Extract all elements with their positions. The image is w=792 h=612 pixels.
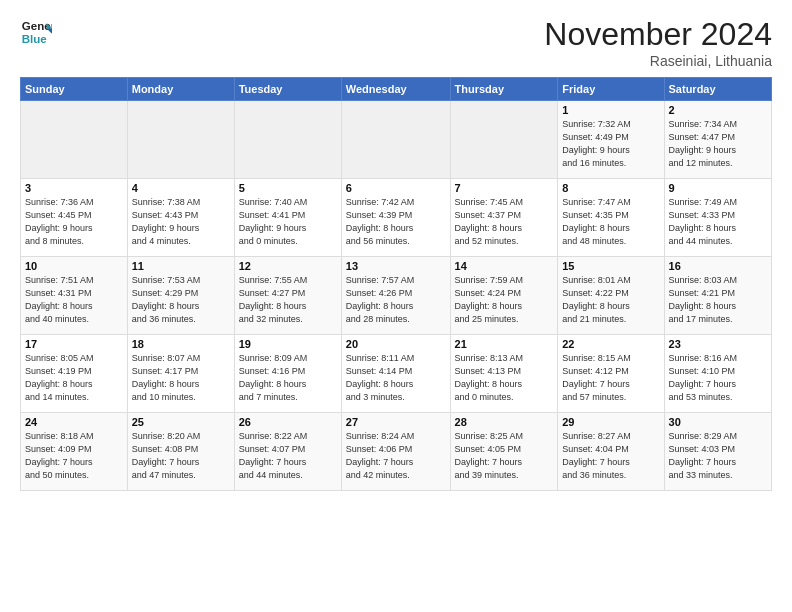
- day-number: 4: [132, 182, 230, 194]
- day-cell: 12Sunrise: 7:55 AM Sunset: 4:27 PM Dayli…: [234, 257, 341, 335]
- day-cell: 2Sunrise: 7:34 AM Sunset: 4:47 PM Daylig…: [664, 101, 771, 179]
- day-number: 1: [562, 104, 659, 116]
- day-cell: 3Sunrise: 7:36 AM Sunset: 4:45 PM Daylig…: [21, 179, 128, 257]
- day-info: Sunrise: 8:22 AM Sunset: 4:07 PM Dayligh…: [239, 430, 337, 482]
- page-header: General Blue November 2024 Raseiniai, Li…: [20, 16, 772, 69]
- day-cell: 30Sunrise: 8:29 AM Sunset: 4:03 PM Dayli…: [664, 413, 771, 491]
- day-number: 14: [455, 260, 554, 272]
- day-number: 16: [669, 260, 767, 272]
- day-number: 7: [455, 182, 554, 194]
- header-cell-friday: Friday: [558, 78, 664, 101]
- day-number: 9: [669, 182, 767, 194]
- calendar-header: SundayMondayTuesdayWednesdayThursdayFrid…: [21, 78, 772, 101]
- day-info: Sunrise: 8:15 AM Sunset: 4:12 PM Dayligh…: [562, 352, 659, 404]
- day-number: 10: [25, 260, 123, 272]
- day-cell: 28Sunrise: 8:25 AM Sunset: 4:05 PM Dayli…: [450, 413, 558, 491]
- day-info: Sunrise: 8:05 AM Sunset: 4:19 PM Dayligh…: [25, 352, 123, 404]
- day-info: Sunrise: 7:34 AM Sunset: 4:47 PM Dayligh…: [669, 118, 767, 170]
- day-number: 6: [346, 182, 446, 194]
- day-number: 26: [239, 416, 337, 428]
- day-info: Sunrise: 7:40 AM Sunset: 4:41 PM Dayligh…: [239, 196, 337, 248]
- header-cell-saturday: Saturday: [664, 78, 771, 101]
- day-info: Sunrise: 8:03 AM Sunset: 4:21 PM Dayligh…: [669, 274, 767, 326]
- day-info: Sunrise: 8:18 AM Sunset: 4:09 PM Dayligh…: [25, 430, 123, 482]
- day-number: 13: [346, 260, 446, 272]
- day-cell: 4Sunrise: 7:38 AM Sunset: 4:43 PM Daylig…: [127, 179, 234, 257]
- header-cell-thursday: Thursday: [450, 78, 558, 101]
- day-number: 20: [346, 338, 446, 350]
- day-cell: [234, 101, 341, 179]
- day-info: Sunrise: 8:01 AM Sunset: 4:22 PM Dayligh…: [562, 274, 659, 326]
- header-cell-monday: Monday: [127, 78, 234, 101]
- day-cell: 11Sunrise: 7:53 AM Sunset: 4:29 PM Dayli…: [127, 257, 234, 335]
- day-cell: 1Sunrise: 7:32 AM Sunset: 4:49 PM Daylig…: [558, 101, 664, 179]
- day-info: Sunrise: 7:51 AM Sunset: 4:31 PM Dayligh…: [25, 274, 123, 326]
- day-info: Sunrise: 7:55 AM Sunset: 4:27 PM Dayligh…: [239, 274, 337, 326]
- day-number: 29: [562, 416, 659, 428]
- calendar-table: SundayMondayTuesdayWednesdayThursdayFrid…: [20, 77, 772, 491]
- day-info: Sunrise: 7:38 AM Sunset: 4:43 PM Dayligh…: [132, 196, 230, 248]
- day-cell: 7Sunrise: 7:45 AM Sunset: 4:37 PM Daylig…: [450, 179, 558, 257]
- day-cell: 19Sunrise: 8:09 AM Sunset: 4:16 PM Dayli…: [234, 335, 341, 413]
- day-cell: [450, 101, 558, 179]
- day-info: Sunrise: 7:53 AM Sunset: 4:29 PM Dayligh…: [132, 274, 230, 326]
- day-cell: [127, 101, 234, 179]
- day-cell: 6Sunrise: 7:42 AM Sunset: 4:39 PM Daylig…: [341, 179, 450, 257]
- day-cell: 10Sunrise: 7:51 AM Sunset: 4:31 PM Dayli…: [21, 257, 128, 335]
- day-number: 25: [132, 416, 230, 428]
- day-cell: 25Sunrise: 8:20 AM Sunset: 4:08 PM Dayli…: [127, 413, 234, 491]
- day-number: 17: [25, 338, 123, 350]
- day-info: Sunrise: 8:25 AM Sunset: 4:05 PM Dayligh…: [455, 430, 554, 482]
- day-cell: 16Sunrise: 8:03 AM Sunset: 4:21 PM Dayli…: [664, 257, 771, 335]
- day-info: Sunrise: 8:29 AM Sunset: 4:03 PM Dayligh…: [669, 430, 767, 482]
- day-number: 27: [346, 416, 446, 428]
- day-number: 5: [239, 182, 337, 194]
- day-number: 18: [132, 338, 230, 350]
- day-number: 11: [132, 260, 230, 272]
- day-cell: 13Sunrise: 7:57 AM Sunset: 4:26 PM Dayli…: [341, 257, 450, 335]
- week-row-1: 1Sunrise: 7:32 AM Sunset: 4:49 PM Daylig…: [21, 101, 772, 179]
- day-cell: [21, 101, 128, 179]
- day-info: Sunrise: 8:11 AM Sunset: 4:14 PM Dayligh…: [346, 352, 446, 404]
- week-row-2: 3Sunrise: 7:36 AM Sunset: 4:45 PM Daylig…: [21, 179, 772, 257]
- day-cell: 5Sunrise: 7:40 AM Sunset: 4:41 PM Daylig…: [234, 179, 341, 257]
- calendar-body: 1Sunrise: 7:32 AM Sunset: 4:49 PM Daylig…: [21, 101, 772, 491]
- day-number: 23: [669, 338, 767, 350]
- day-cell: 14Sunrise: 7:59 AM Sunset: 4:24 PM Dayli…: [450, 257, 558, 335]
- header-row: SundayMondayTuesdayWednesdayThursdayFrid…: [21, 78, 772, 101]
- day-info: Sunrise: 8:09 AM Sunset: 4:16 PM Dayligh…: [239, 352, 337, 404]
- day-info: Sunrise: 8:27 AM Sunset: 4:04 PM Dayligh…: [562, 430, 659, 482]
- day-info: Sunrise: 7:45 AM Sunset: 4:37 PM Dayligh…: [455, 196, 554, 248]
- day-info: Sunrise: 7:49 AM Sunset: 4:33 PM Dayligh…: [669, 196, 767, 248]
- day-cell: 20Sunrise: 8:11 AM Sunset: 4:14 PM Dayli…: [341, 335, 450, 413]
- day-cell: [341, 101, 450, 179]
- day-cell: 29Sunrise: 8:27 AM Sunset: 4:04 PM Dayli…: [558, 413, 664, 491]
- day-number: 12: [239, 260, 337, 272]
- location: Raseiniai, Lithuania: [544, 53, 772, 69]
- day-number: 2: [669, 104, 767, 116]
- day-cell: 8Sunrise: 7:47 AM Sunset: 4:35 PM Daylig…: [558, 179, 664, 257]
- day-cell: 24Sunrise: 8:18 AM Sunset: 4:09 PM Dayli…: [21, 413, 128, 491]
- logo-icon: General Blue: [20, 16, 52, 48]
- day-info: Sunrise: 8:24 AM Sunset: 4:06 PM Dayligh…: [346, 430, 446, 482]
- day-info: Sunrise: 7:32 AM Sunset: 4:49 PM Dayligh…: [562, 118, 659, 170]
- day-info: Sunrise: 8:16 AM Sunset: 4:10 PM Dayligh…: [669, 352, 767, 404]
- day-cell: 22Sunrise: 8:15 AM Sunset: 4:12 PM Dayli…: [558, 335, 664, 413]
- day-number: 28: [455, 416, 554, 428]
- day-cell: 15Sunrise: 8:01 AM Sunset: 4:22 PM Dayli…: [558, 257, 664, 335]
- day-info: Sunrise: 8:20 AM Sunset: 4:08 PM Dayligh…: [132, 430, 230, 482]
- day-number: 15: [562, 260, 659, 272]
- day-info: Sunrise: 7:47 AM Sunset: 4:35 PM Dayligh…: [562, 196, 659, 248]
- day-cell: 18Sunrise: 8:07 AM Sunset: 4:17 PM Dayli…: [127, 335, 234, 413]
- day-info: Sunrise: 7:57 AM Sunset: 4:26 PM Dayligh…: [346, 274, 446, 326]
- day-info: Sunrise: 7:42 AM Sunset: 4:39 PM Dayligh…: [346, 196, 446, 248]
- day-cell: 21Sunrise: 8:13 AM Sunset: 4:13 PM Dayli…: [450, 335, 558, 413]
- day-cell: 27Sunrise: 8:24 AM Sunset: 4:06 PM Dayli…: [341, 413, 450, 491]
- header-cell-sunday: Sunday: [21, 78, 128, 101]
- day-number: 21: [455, 338, 554, 350]
- day-number: 24: [25, 416, 123, 428]
- day-number: 22: [562, 338, 659, 350]
- header-cell-wednesday: Wednesday: [341, 78, 450, 101]
- svg-text:Blue: Blue: [22, 33, 48, 45]
- header-cell-tuesday: Tuesday: [234, 78, 341, 101]
